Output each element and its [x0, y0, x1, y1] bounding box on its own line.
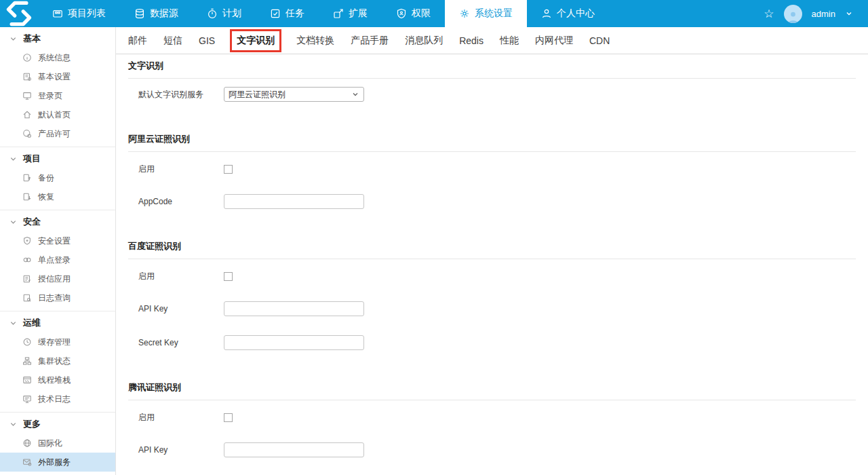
- sidebar-item-label: 产品许可: [38, 128, 71, 140]
- field-label: API Key: [138, 445, 224, 455]
- datasource-icon: [134, 8, 145, 19]
- sidebar-item-label: 备份: [38, 172, 54, 184]
- security-settings-icon: [22, 236, 32, 246]
- field-label: 默认文字识别服务: [138, 89, 224, 100]
- sidebar-item-collaboration[interactable]: 协同办公: [0, 472, 115, 475]
- tech-log-icon: [22, 394, 32, 404]
- sidebar-group-label: 安全: [23, 216, 41, 228]
- tasks-icon: [270, 8, 281, 19]
- sidebar-group-header-ops[interactable]: 运维: [0, 314, 115, 332]
- tab-mail[interactable]: 邮件: [128, 35, 147, 47]
- nav-item-label: 数据源: [150, 7, 178, 20]
- field-label: 启用: [138, 271, 224, 282]
- tab-performance[interactable]: 性能: [500, 35, 519, 47]
- sidebar-item-label: 线程堆栈: [38, 375, 71, 386]
- field-label: Secret Key: [138, 338, 224, 347]
- nav-item-system-settings[interactable]: 系统设置: [445, 0, 527, 27]
- sidebar-item-label: 授信应用: [38, 273, 71, 285]
- nav-item-label: 项目列表: [68, 7, 106, 20]
- sidebar-item-tech-logs[interactable]: 技术日志: [0, 390, 115, 408]
- sidebar-item-cluster-status[interactable]: 集群状态: [0, 352, 115, 370]
- project-list-icon: [52, 8, 63, 19]
- sidebar-item-label: 登录页: [38, 90, 62, 102]
- sidebar-item-default-home[interactable]: 默认首页: [0, 105, 115, 124]
- sidebar-item-restore[interactable]: 恢复: [0, 187, 115, 206]
- sso-icon: [22, 255, 32, 265]
- sidebar-item-product-license[interactable]: 产品许可: [0, 124, 115, 143]
- field-label: API Key: [138, 304, 224, 314]
- info-icon: [22, 53, 32, 62]
- nav-item-profile-center[interactable]: 个人中心: [527, 0, 609, 27]
- sidebar-item-label: 基本设置: [38, 71, 71, 83]
- sidebar-item-system-info[interactable]: 系统信息: [0, 48, 115, 67]
- sidebar-group-label: 更多: [23, 418, 41, 430]
- tab-cdn[interactable]: CDN: [589, 35, 610, 46]
- sidebar-group-label: 运维: [23, 317, 41, 329]
- nav-item-tasks[interactable]: 任务: [256, 0, 319, 27]
- settings-gear-icon: [459, 8, 470, 19]
- sidebar-group-header-more[interactable]: 更多: [0, 415, 115, 434]
- chevron-down-icon: [9, 35, 17, 43]
- nav-item-permissions[interactable]: 权限: [382, 0, 445, 27]
- aliyun-appcode-input[interactable]: [224, 194, 364, 209]
- default-ocr-service-select[interactable]: 阿里云证照识别: [224, 87, 364, 102]
- sidebar-item-label: 集群状态: [38, 356, 71, 367]
- sidebar-group-ops: 运维 缓存管理 集群状态 线程堆栈 技术日志: [0, 311, 115, 412]
- sidebar-group-header-security[interactable]: 安全: [0, 212, 115, 231]
- form-row-baidu-api-key: API Key: [128, 301, 856, 316]
- tab-bar: 邮件 短信 GIS 文字识别 文档转换 产品手册 消息队列 Redis 性能 内…: [116, 27, 868, 54]
- nav-item-label: 个人中心: [557, 7, 595, 20]
- sidebar-item-log-query[interactable]: 日志查询: [0, 288, 115, 307]
- sidebar-item-sso[interactable]: 单点登录: [0, 250, 115, 269]
- sidebar-item-security-settings[interactable]: 安全设置: [0, 231, 115, 250]
- baidu-enable-checkbox[interactable]: [224, 272, 233, 281]
- tencent-enable-checkbox[interactable]: [224, 413, 233, 422]
- sidebar-item-basic-settings[interactable]: 基本设置: [0, 67, 115, 86]
- aliyun-enable-checkbox[interactable]: [224, 165, 233, 174]
- tencent-api-key-input[interactable]: [224, 442, 364, 457]
- form-row-baidu-secret-key: Secret Key: [128, 335, 856, 350]
- tab-doc-convert[interactable]: 文档转换: [296, 35, 334, 47]
- nav-item-project-list[interactable]: 项目列表: [38, 0, 120, 27]
- sidebar-item-login-page[interactable]: 登录页: [0, 86, 115, 105]
- tab-ocr[interactable]: 文字识别: [237, 35, 275, 45]
- sidebar-group-basic: 基本 系统信息 基本设置 登录页 默认首页 产品许可: [0, 27, 115, 147]
- tab-redis[interactable]: Redis: [459, 35, 484, 46]
- tab-product-manual[interactable]: 产品手册: [351, 35, 389, 47]
- user-avatar[interactable]: [784, 5, 802, 23]
- tab-intranet-proxy[interactable]: 内网代理: [535, 35, 573, 47]
- sidebar-item-label: 系统信息: [38, 52, 71, 64]
- i18n-icon: [22, 438, 32, 448]
- chevron-down-icon: [9, 320, 17, 327]
- form-row-baidu-enable: 启用: [128, 271, 856, 282]
- tab-message-queue[interactable]: 消息队列: [405, 35, 443, 47]
- chevron-down-icon: [351, 90, 359, 98]
- sidebar-item-cache-management[interactable]: 缓存管理: [0, 332, 115, 352]
- sidebar-item-external-services[interactable]: 外部服务: [0, 453, 115, 472]
- favorite-star-icon[interactable]: ☆: [764, 8, 774, 20]
- sidebar-item-label: 单点登录: [38, 254, 71, 266]
- user-menu-chevron-down-icon[interactable]: [845, 10, 853, 18]
- form-row-default-ocr-service: 默认文字识别服务 阿里云证照识别: [128, 87, 856, 102]
- sidebar-item-trusted-apps[interactable]: 授信应用: [0, 269, 115, 288]
- baidu-api-key-input[interactable]: [224, 301, 364, 316]
- extensions-icon: [333, 8, 344, 19]
- sidebar-group-header-basic[interactable]: 基本: [0, 29, 115, 48]
- username-label[interactable]: admin: [812, 9, 835, 19]
- sidebar-item-backup[interactable]: 备份: [0, 168, 115, 187]
- trusted-apps-icon: [22, 274, 32, 284]
- section-title-ocr: 文字识别: [128, 60, 856, 79]
- nav-item-schedule[interactable]: 计划: [193, 0, 256, 27]
- tab-gis[interactable]: GIS: [199, 35, 215, 46]
- tab-sms[interactable]: 短信: [163, 35, 182, 47]
- baidu-secret-key-input[interactable]: [224, 335, 364, 350]
- select-value: 阿里云证照识别: [229, 89, 351, 100]
- sidebar-group-header-project[interactable]: 项目: [0, 149, 115, 168]
- sidebar-item-thread-stack[interactable]: 线程堆栈: [0, 370, 115, 390]
- nav-item-extensions[interactable]: 扩展: [319, 0, 382, 27]
- app-logo[interactable]: [0, 0, 38, 27]
- sidebar-group-label: 项目: [23, 153, 41, 165]
- nav-item-datasource[interactable]: 数据源: [120, 0, 193, 27]
- basic-settings-icon: [22, 72, 32, 81]
- sidebar-item-i18n[interactable]: 国际化: [0, 434, 115, 453]
